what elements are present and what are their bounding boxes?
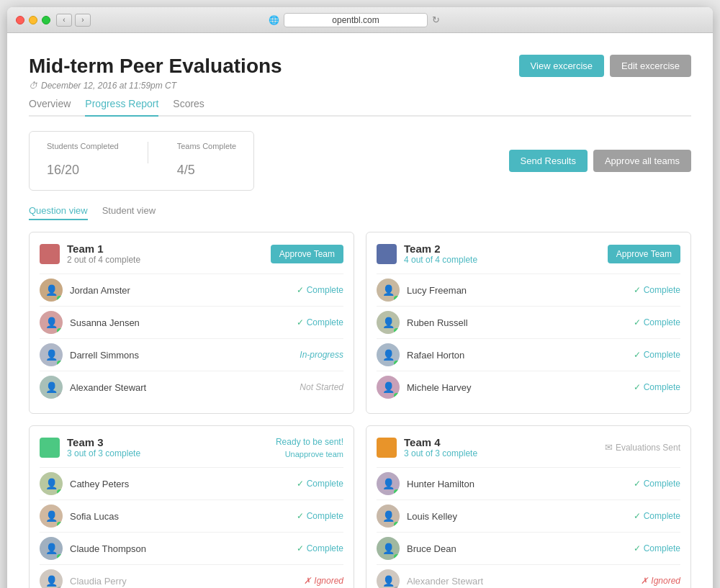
member-name: Lucy Freeman bbox=[407, 285, 634, 296]
avatar: 👤 bbox=[40, 376, 63, 399]
traffic-lights bbox=[16, 16, 50, 24]
page-content: Mid-term Peer Evaluations ⏱ December 12,… bbox=[7, 33, 713, 588]
tab-question-view[interactable]: Question view bbox=[29, 205, 88, 220]
teams-total: /5 bbox=[184, 163, 195, 177]
member-status: ✗ Ignored bbox=[304, 576, 343, 586]
minimize-button[interactable] bbox=[29, 16, 37, 24]
member-name: Ruben Russell bbox=[407, 317, 634, 328]
check-icon: ✓ bbox=[634, 317, 641, 327]
member-status: Not Started bbox=[300, 382, 343, 392]
edit-exercise-button[interactable]: Edit excercise bbox=[610, 55, 691, 77]
send-results-button[interactable]: Send Results bbox=[509, 150, 588, 172]
member-status: In-progress bbox=[300, 350, 343, 360]
status-dot bbox=[57, 296, 63, 302]
check-icon: ✓ bbox=[634, 511, 641, 521]
view-exercise-button[interactable]: View excercise bbox=[519, 55, 604, 77]
avatar: 👤 bbox=[377, 537, 400, 560]
member-name: Claude Thompson bbox=[70, 543, 297, 554]
refresh-icon[interactable]: ↻ bbox=[432, 14, 440, 25]
check-icon: ✓ bbox=[634, 382, 641, 392]
app-window: ‹ › 🌐 opentbl.com ↻ Mid-term Peer Evalua… bbox=[7, 7, 713, 588]
team1-color bbox=[40, 244, 60, 264]
tab-overview[interactable]: Overview bbox=[29, 98, 71, 117]
status-dot bbox=[57, 489, 63, 495]
tab-student-view[interactable]: Student view bbox=[102, 205, 156, 220]
team-card-2: Team 2 4 out of 4 complete Approve Team … bbox=[366, 232, 691, 414]
table-row: 👤 Hunter Hamilton ✓ Complete bbox=[377, 467, 680, 499]
stats-row: Students Completed 16/20 Teams Complete … bbox=[29, 131, 691, 191]
send-icon: ✉ bbox=[605, 442, 613, 453]
member-status: ✗ Ignored bbox=[641, 576, 680, 586]
team2-header-left: Team 2 4 out of 4 complete bbox=[377, 243, 477, 265]
team3-header-right: Ready to be sent! Unapprove team bbox=[276, 437, 343, 458]
status-dot bbox=[57, 328, 63, 334]
member-name: Rafael Horton bbox=[407, 350, 634, 361]
team3-color bbox=[40, 438, 60, 458]
team3-name: Team 3 bbox=[67, 436, 140, 448]
team4-eval-sent: ✉ Evaluations Sent bbox=[605, 442, 680, 453]
team1-approve-button[interactable]: Approve Team bbox=[271, 245, 343, 263]
team3-unapprove-button[interactable]: Unapprove team bbox=[285, 450, 343, 458]
team4-info: Team 4 3 out of 3 complete bbox=[404, 436, 477, 458]
table-row: 👤 Rafael Horton ✓ Complete bbox=[377, 338, 680, 371]
header-left: Mid-term Peer Evaluations ⏱ December 12,… bbox=[29, 55, 282, 91]
team2-progress: 4 out of 4 complete bbox=[404, 255, 477, 265]
status-dot bbox=[394, 296, 400, 302]
avatar: 👤 bbox=[40, 311, 63, 334]
check-icon: ✓ bbox=[297, 511, 304, 521]
x-icon: ✗ bbox=[304, 576, 311, 586]
forward-button[interactable]: › bbox=[75, 14, 91, 27]
team3-header: Team 3 3 out of 3 complete Ready to be s… bbox=[40, 436, 343, 458]
team4-progress: 3 out of 3 complete bbox=[404, 448, 477, 458]
teams-label: Teams Complete bbox=[177, 142, 237, 150]
teams-value: 4/5 bbox=[177, 153, 237, 180]
clock-icon: ⏱ bbox=[29, 81, 37, 91]
tab-scores[interactable]: Scores bbox=[173, 98, 204, 117]
avatar: 👤 bbox=[377, 311, 400, 334]
subtitle-text: December 12, 2016 at 11:59pm CT bbox=[41, 81, 176, 91]
team3-progress: 3 out of 3 complete bbox=[67, 448, 140, 458]
status-dot bbox=[394, 554, 400, 560]
member-name: Jordan Amster bbox=[70, 285, 297, 296]
avatar: 👤 bbox=[377, 505, 400, 528]
member-status: ✓ Complete bbox=[634, 285, 680, 295]
avatar: 👤 bbox=[40, 537, 63, 560]
students-total: /20 bbox=[61, 163, 79, 177]
member-name: Alexander Stewart bbox=[70, 382, 300, 393]
tab-progress[interactable]: Progress Report bbox=[85, 98, 158, 117]
url-display[interactable]: opentbl.com bbox=[284, 13, 428, 27]
team-card-3: Team 3 3 out of 3 complete Ready to be s… bbox=[29, 425, 354, 588]
titlebar: ‹ › 🌐 opentbl.com ↻ bbox=[7, 7, 713, 33]
team2-color bbox=[377, 244, 397, 264]
back-button[interactable]: ‹ bbox=[56, 14, 72, 27]
check-icon: ✓ bbox=[297, 479, 304, 489]
team2-approve-button[interactable]: Approve Team bbox=[608, 245, 680, 263]
member-name: Hunter Hamilton bbox=[407, 479, 634, 489]
check-icon: ✓ bbox=[297, 543, 304, 553]
team3-ready-text: Ready to be sent! bbox=[276, 437, 343, 447]
check-icon: ✓ bbox=[634, 350, 641, 360]
check-icon: ✓ bbox=[297, 317, 304, 327]
table-row: 👤 Cathey Peters ✓ Complete bbox=[40, 467, 343, 499]
maximize-button[interactable] bbox=[42, 16, 50, 24]
nav-buttons: ‹ › bbox=[56, 14, 91, 27]
check-icon: ✓ bbox=[297, 285, 304, 295]
member-status: ✓ Complete bbox=[297, 317, 343, 327]
students-label: Students Completed bbox=[47, 142, 119, 150]
avatar: 👤 bbox=[40, 279, 63, 302]
teams-stat: Teams Complete 4/5 bbox=[177, 142, 237, 180]
status-dot bbox=[394, 328, 400, 334]
table-row: 👤 Louis Kelley ✓ Complete bbox=[377, 499, 680, 532]
table-row: 👤 Darrell Simmons In-progress bbox=[40, 338, 343, 371]
team4-header: Team 4 3 out of 3 complete ✉ Evaluations… bbox=[377, 436, 680, 458]
address-bar: 🌐 opentbl.com ↻ bbox=[96, 13, 612, 27]
avatar: 👤 bbox=[377, 376, 400, 399]
member-status: ✓ Complete bbox=[634, 317, 680, 327]
table-row: 👤 Claude Thompson ✓ Complete bbox=[40, 532, 343, 564]
close-button[interactable] bbox=[16, 16, 24, 24]
approve-all-button[interactable]: Approve all teams bbox=[593, 150, 691, 172]
status-dot bbox=[57, 522, 63, 528]
team3-info: Team 3 3 out of 3 complete bbox=[67, 436, 140, 458]
globe-icon: 🌐 bbox=[269, 15, 279, 25]
team3-header-left: Team 3 3 out of 3 complete bbox=[40, 436, 140, 458]
